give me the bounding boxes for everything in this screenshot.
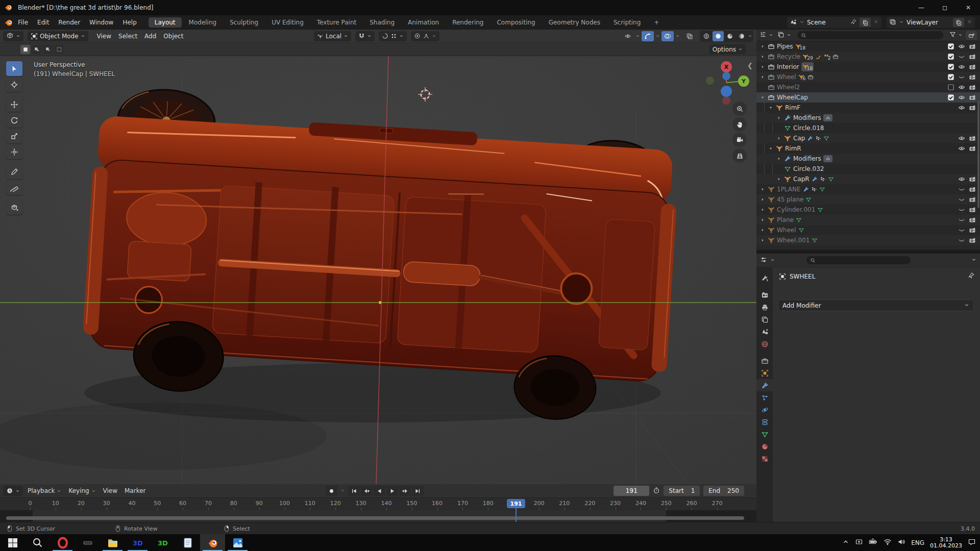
panel-divider[interactable] (756, 250, 980, 254)
tool-move[interactable] (6, 97, 22, 112)
eye-open-icon[interactable] (958, 43, 965, 51)
render-visibility-camera-icon[interactable] (969, 145, 976, 153)
display-mode-icon[interactable] (777, 31, 785, 40)
taskbar-paint-3d[interactable]: 3D (125, 534, 150, 551)
tab-shading[interactable]: Shading (363, 17, 401, 28)
timeline-menu-playback[interactable]: Playback (24, 487, 65, 494)
pan-view-button[interactable] (732, 117, 747, 132)
render-visibility-camera-icon[interactable] (969, 84, 976, 91)
outliner-search-input[interactable] (797, 31, 943, 39)
properties-tab-collection[interactable] (756, 355, 773, 367)
properties-tab-texture[interactable] (756, 453, 773, 465)
jump-to-start-button[interactable] (348, 486, 360, 496)
checkbox-checked-icon[interactable] (947, 73, 954, 81)
chevron-down-icon[interactable] (770, 257, 775, 264)
object-visibility-toggle[interactable] (622, 31, 634, 41)
tab-texture-paint[interactable]: Texture Paint (311, 17, 362, 28)
tool-select-box[interactable] (6, 61, 22, 76)
properties-tab-material[interactable] (756, 440, 773, 453)
tree-expand-arrow[interactable] (776, 136, 782, 141)
navigation-gizmo[interactable]: X Y (701, 54, 754, 107)
tree-expand-arrow[interactable] (776, 177, 782, 182)
viewlayer-selector[interactable]: ViewLayer (887, 17, 975, 28)
tree-expand-arrow[interactable] (760, 217, 766, 222)
new-scene-button[interactable] (860, 18, 871, 27)
mirror-modifier-badge[interactable] (823, 155, 832, 162)
tool-add-cube[interactable] (6, 200, 22, 215)
outliner-row-pipes[interactable]: Pipes18 (756, 41, 980, 52)
xray-toggle[interactable] (683, 31, 696, 41)
tool-rotate[interactable] (6, 113, 22, 128)
checkbox-checked-icon[interactable] (947, 63, 954, 71)
properties-tab-object-data[interactable] (756, 428, 773, 440)
taskbar-photos[interactable] (225, 534, 250, 551)
tab-uv-editing[interactable]: UV Editing (265, 17, 310, 28)
eye-open-icon[interactable] (958, 84, 965, 91)
eye-open-icon[interactable] (958, 176, 965, 183)
tree-expand-arrow[interactable] (776, 115, 782, 120)
chevron-down-icon[interactable] (971, 257, 976, 264)
outliner-row-circle-032[interactable]: Circle.032 (756, 164, 980, 174)
tool-measure[interactable] (6, 180, 22, 195)
camera-view-button[interactable] (732, 133, 747, 147)
chevron-down-icon[interactable] (340, 487, 345, 494)
overlays-toggle[interactable] (662, 31, 674, 41)
filter-icon[interactable] (949, 31, 956, 39)
battery-icon[interactable] (869, 538, 878, 547)
scene-name[interactable]: Scene (807, 19, 848, 26)
chevron-down-icon[interactable] (769, 32, 773, 39)
auto-keying-button[interactable] (326, 486, 337, 496)
proportional-edit-control[interactable] (379, 31, 407, 41)
eye-closed-icon[interactable] (958, 237, 965, 244)
chevron-down-icon[interactable] (958, 32, 963, 39)
properties-tab-object[interactable] (756, 367, 773, 379)
tool-annotate[interactable] (6, 164, 22, 179)
start-frame-field[interactable]: Start1 (664, 486, 700, 496)
properties-search-input[interactable] (806, 256, 911, 264)
zoom-view-button[interactable] (732, 102, 747, 116)
viewlayer-name[interactable]: ViewLayer (906, 19, 950, 26)
render-visibility-camera-icon[interactable] (969, 135, 976, 142)
properties-tab-view-layer[interactable] (756, 313, 773, 325)
prev-keyframe-button[interactable] (361, 486, 373, 496)
tab--[interactable]: + (648, 17, 665, 28)
render-visibility-camera-icon[interactable] (969, 176, 976, 183)
wifi-icon[interactable] (884, 538, 892, 547)
gizmo-toggle[interactable] (642, 31, 654, 41)
chevron-down-icon[interactable] (787, 32, 791, 39)
outliner-row-wheel[interactable]: Wheel (756, 225, 980, 235)
new-collection-button[interactable] (966, 31, 977, 40)
blender-menu-icon[interactable] (4, 17, 13, 28)
eye-closed-icon[interactable] (958, 196, 965, 204)
render-visibility-camera-icon[interactable] (969, 53, 976, 61)
mirror-modifier-badge[interactable] (823, 114, 832, 121)
screen-record-icon[interactable] (855, 538, 863, 547)
timeline-editor-icon[interactable] (3, 486, 23, 496)
editor-type-selector[interactable] (3, 31, 23, 41)
eye-open-icon[interactable] (958, 94, 965, 102)
eye-closed-icon[interactable] (958, 73, 965, 81)
outliner-row-45-plane[interactable]: 45 plane (756, 194, 980, 205)
taskbar-opera[interactable] (50, 534, 75, 551)
current-frame-badge[interactable]: 191 (507, 499, 525, 508)
tray-expand-icon[interactable] (842, 538, 849, 547)
tree-expand-arrow[interactable] (760, 197, 766, 202)
tree-expand-arrow[interactable] (760, 54, 766, 59)
tree-expand-arrow[interactable] (760, 44, 766, 49)
new-viewlayer-button[interactable] (953, 18, 964, 27)
outliner-scrollbar[interactable] (977, 101, 979, 208)
properties-tab-constraints[interactable] (756, 416, 773, 428)
eye-closed-icon[interactable] (958, 206, 965, 214)
options-dropdown[interactable]: Options (709, 44, 746, 55)
mode-selector[interactable]: Object Mode (28, 31, 88, 41)
eye-closed-icon[interactable] (958, 53, 965, 61)
play-reverse-button[interactable] (374, 486, 385, 496)
outliner-editor-icon[interactable] (760, 31, 767, 40)
render-visibility-camera-icon[interactable] (969, 104, 976, 112)
tab-layout[interactable]: Layout (149, 17, 182, 28)
tree-collapse-arrow[interactable] (760, 95, 766, 100)
menu-help[interactable]: Help (118, 17, 141, 28)
viewport-scene[interactable] (0, 56, 756, 484)
tree-expand-arrow[interactable] (760, 64, 766, 69)
properties-tab-physics[interactable] (756, 404, 773, 416)
